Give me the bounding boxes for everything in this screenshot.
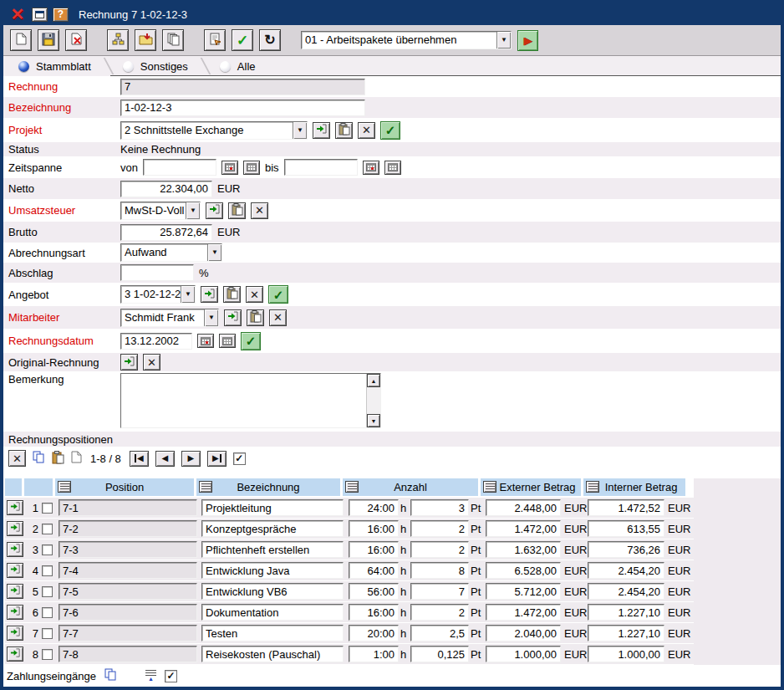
header-position[interactable]: Position [55, 478, 194, 496]
refresh-button[interactable]: ↻ [259, 29, 281, 51]
row-points-input[interactable] [410, 625, 469, 641]
run-action-button[interactable]: ▶ [517, 30, 538, 51]
mitarbeiter-goto-button[interactable] [224, 309, 242, 326]
confirm-button[interactable]: ✓ [232, 29, 253, 51]
row-bezeichnung-input[interactable] [201, 520, 344, 537]
row-position-input[interactable] [59, 520, 197, 537]
positions-delete-button[interactable]: ✕ [8, 450, 26, 467]
row-checkbox[interactable] [42, 503, 53, 514]
angebot-goto-button[interactable] [201, 286, 218, 303]
row-intern-amount-input[interactable] [588, 520, 664, 537]
mitarbeiter-dropdown[interactable]: Schmidt Frank ▼ [120, 309, 219, 327]
sort-icon[interactable] [199, 481, 212, 493]
row-extern-amount-input[interactable] [486, 625, 561, 641]
row-extern-amount-input[interactable] [486, 541, 561, 558]
row-points-input[interactable] [410, 604, 469, 621]
row-bezeichnung-input[interactable] [201, 646, 344, 662]
zeitspanne-von-input[interactable] [143, 159, 216, 176]
umsatzsteuer-paste-button[interactable] [228, 202, 246, 219]
sort-icon[interactable] [586, 481, 599, 493]
row-extern-amount-input[interactable] [486, 583, 561, 600]
row-extern-amount-input[interactable] [486, 520, 561, 537]
row-goto-button[interactable] [7, 542, 23, 557]
mitarbeiter-clear-button[interactable]: ✕ [269, 309, 287, 326]
row-position-input[interactable] [59, 499, 197, 516]
dropdown-button[interactable]: ▼ [496, 32, 511, 49]
next-page-button[interactable]: ▶ [181, 451, 201, 467]
row-bezeichnung-input[interactable] [201, 604, 344, 621]
rechnungsdatum-date-picker-button[interactable] [197, 334, 214, 348]
rechnungsdatum-ok-button[interactable]: ✓ [241, 332, 261, 350]
row-intern-amount-input[interactable] [588, 583, 664, 600]
tab-sonstiges[interactable]: Sonstiges [116, 56, 198, 76]
row-position-input[interactable] [59, 604, 197, 621]
row-extern-amount-input[interactable] [486, 499, 561, 516]
row-checkbox[interactable] [42, 628, 53, 639]
row-hours-input[interactable] [349, 499, 399, 516]
row-intern-amount-input[interactable] [588, 562, 664, 579]
row-hours-input[interactable] [349, 541, 399, 558]
row-extern-amount-input[interactable] [486, 562, 561, 579]
header-externer-betrag[interactable]: Externer Betrag [481, 478, 581, 496]
row-hours-input[interactable] [349, 646, 399, 662]
bis-date-picker-button[interactable] [363, 161, 379, 175]
scrollbar[interactable]: ▲ ▼ [366, 374, 380, 427]
row-points-input[interactable] [410, 520, 469, 537]
positions-copy-button[interactable] [33, 451, 45, 467]
copy-record-button[interactable] [162, 29, 184, 51]
original-rechnung-clear-button[interactable]: ✕ [143, 354, 160, 371]
angebot-paste-button[interactable] [223, 286, 241, 303]
dropdown-button[interactable]: ▼ [186, 202, 200, 219]
row-goto-button[interactable] [7, 584, 23, 599]
zahlungseingaenge-checkbox[interactable] [165, 670, 177, 682]
row-intern-amount-input[interactable] [588, 499, 664, 516]
row-hours-input[interactable] [349, 583, 399, 600]
brutto-input[interactable] [120, 224, 212, 241]
row-goto-button[interactable] [7, 605, 23, 620]
row-bezeichnung-input[interactable] [201, 499, 344, 516]
tab-alle[interactable]: Alle [213, 56, 266, 76]
dropdown-button[interactable]: ▼ [207, 244, 221, 261]
properties-button[interactable] [204, 29, 226, 51]
row-checkbox[interactable] [42, 524, 53, 534]
original-rechnung-goto-button[interactable] [120, 354, 138, 371]
row-extern-amount-input[interactable] [486, 604, 561, 621]
zeitspanne-bis-input[interactable] [284, 159, 358, 176]
umsatzsteuer-clear-button[interactable]: ✕ [251, 202, 268, 219]
row-hours-input[interactable] [349, 625, 399, 641]
dropdown-button[interactable]: ▼ [293, 122, 307, 139]
row-goto-button[interactable] [7, 647, 23, 662]
von-calendar-button[interactable] [243, 161, 260, 175]
row-points-input[interactable] [410, 583, 469, 600]
von-date-picker-button[interactable] [221, 161, 238, 175]
bemerkung-textarea[interactable] [121, 374, 366, 427]
scroll-up-button[interactable]: ▲ [367, 374, 380, 387]
sort-icon[interactable] [58, 481, 71, 493]
row-position-input[interactable] [59, 583, 197, 600]
row-checkbox[interactable] [42, 544, 53, 555]
row-intern-amount-input[interactable] [588, 625, 664, 641]
header-anzahl[interactable]: Anzahl [343, 478, 478, 496]
abrechnungsart-dropdown[interactable]: Aufwand ▼ [120, 243, 222, 262]
help-button[interactable]: ? [53, 8, 69, 22]
zahlungseingaenge-copy-button[interactable] [104, 668, 117, 684]
netto-input[interactable] [120, 181, 212, 197]
row-hours-input[interactable] [349, 520, 399, 537]
row-bezeichnung-input[interactable] [201, 541, 344, 558]
row-points-input[interactable] [410, 646, 469, 662]
close-icon[interactable]: ✕ [8, 6, 27, 23]
angebot-clear-button[interactable]: ✕ [246, 286, 263, 303]
dropdown-button[interactable]: ▼ [204, 309, 218, 326]
row-hours-input[interactable] [349, 604, 399, 621]
last-page-button[interactable]: ▶ [207, 451, 227, 467]
row-bezeichnung-input[interactable] [201, 562, 344, 579]
positions-paste-button[interactable] [52, 451, 64, 467]
positions-select-all-checkbox[interactable] [233, 452, 246, 465]
tab-stammblatt[interactable]: Stammblatt [12, 56, 101, 76]
sort-icon[interactable] [345, 481, 359, 493]
import-button[interactable] [135, 29, 156, 51]
row-goto-button[interactable] [7, 500, 23, 515]
row-checkbox[interactable] [42, 649, 53, 660]
header-interner-betrag[interactable]: Interner Betrag [583, 478, 685, 496]
rechnung-input[interactable] [120, 79, 365, 95]
